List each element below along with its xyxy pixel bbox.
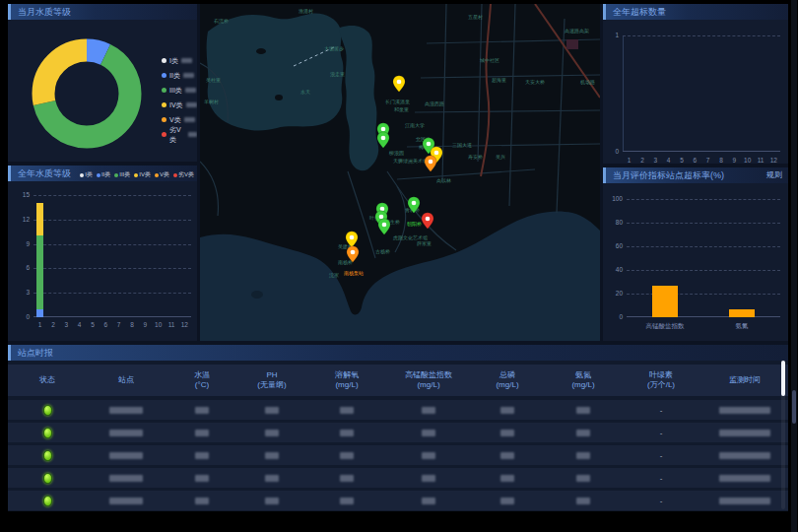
- cell-溶解氧: [305, 407, 388, 414]
- legend-label: V类: [169, 115, 181, 125]
- redacted-value: [340, 498, 354, 504]
- legend-dot: [155, 173, 159, 177]
- cell-PH: [238, 430, 305, 436]
- legend-dot: [162, 117, 166, 122]
- redacted-value: [109, 475, 143, 482]
- cell-监测时间: [701, 498, 788, 504]
- rate-bar-氨氮: [729, 309, 755, 317]
- redacted-value: [265, 407, 279, 414]
- year-legend-item-劣V类[interactable]: 劣V类: [173, 170, 194, 179]
- bar-segment-IV类: [36, 203, 43, 235]
- year-legend-item-IV类[interactable]: IV类: [134, 170, 151, 179]
- cell-状态: [8, 496, 87, 506]
- redacted-value: [500, 407, 514, 414]
- station-pin-green[interactable]: [376, 131, 390, 149]
- redacted-value: [422, 430, 435, 436]
- x-axis-category-label: 氨氮: [702, 322, 781, 331]
- redacted-value: [109, 452, 143, 459]
- station-pin-green[interactable]: [377, 218, 391, 235]
- cell-高锰酸盐指数: [388, 407, 469, 414]
- y-axis-label: 9: [14, 240, 30, 247]
- column-header-总磷: 总磷(mg/L): [469, 370, 546, 390]
- gridline: [33, 244, 191, 245]
- redacted-value: [719, 430, 770, 436]
- x-axis-label: 1: [33, 321, 47, 328]
- redacted-value: [500, 430, 514, 436]
- redacted-value: [719, 498, 770, 504]
- donut-legend: I类II类III类IV类V类劣V类: [162, 53, 197, 142]
- map-pin-label: 南杨泵站: [344, 270, 364, 276]
- table-row[interactable]: -: [8, 468, 788, 488]
- panel-month-quality: 当月水质等级 I类II类III类IV类V类劣V类: [8, 4, 197, 162]
- legend-item-劣V类[interactable]: 劣V类: [162, 127, 197, 142]
- redacted-value: [576, 430, 590, 436]
- table-row[interactable]: -: [8, 491, 788, 510]
- cell-监测时间: [701, 475, 788, 482]
- redacted-value: [422, 452, 435, 459]
- chlorophyll-value: -: [660, 429, 663, 437]
- gridline: [627, 294, 780, 295]
- station-pin-yellow[interactable]: [392, 75, 406, 93]
- x-axis-label: 9: [727, 157, 741, 164]
- redacted-value: [576, 407, 590, 414]
- map-pin-label: 朝阳桥: [407, 221, 422, 227]
- station-pin-orange[interactable]: [346, 245, 360, 263]
- page-scrollbar-track[interactable]: [791, 0, 797, 532]
- gridline: [627, 270, 780, 271]
- legend-dot: [162, 102, 166, 107]
- legend-dot: [134, 173, 138, 177]
- cell-氨氮: [546, 475, 621, 482]
- status-indicator: [43, 405, 52, 416]
- x-axis-label: 9: [138, 321, 152, 328]
- panel-month-rate: 当月评价指标站点超标率(%) 规则 020406080100高锰酸盐指数氨氮: [603, 167, 788, 341]
- y-axis-label: 12: [14, 216, 30, 223]
- station-pin-green[interactable]: [407, 196, 421, 214]
- page-scrollbar-thumb[interactable]: [792, 390, 796, 424]
- station-pin-red[interactable]: [421, 212, 434, 230]
- year-legend-item-II类[interactable]: II类: [97, 170, 110, 179]
- cell-高锰酸盐指数: [388, 452, 469, 459]
- table-scrollbar-thumb[interactable]: [781, 361, 785, 396]
- dashboard: 当月水质等级 I类II类III类IV类V类劣V类 全年水质等级 I类II类III…: [8, 4, 788, 511]
- year-legend-item-I类[interactable]: I类: [80, 170, 93, 179]
- status-indicator: [43, 428, 52, 438]
- legend-item-IV类[interactable]: IV类: [162, 98, 197, 112]
- rate-bar-高锰酸盐指数: [652, 286, 678, 317]
- chlorophyll-value: -: [660, 451, 663, 460]
- redacted-value: [265, 475, 279, 482]
- rules-link[interactable]: 规则: [766, 167, 782, 183]
- x-axis-label: 2: [46, 321, 60, 328]
- x-axis-label: 5: [86, 321, 100, 328]
- panel-stations: 站点时报 状态站点水温(°C)PH(无量纲)溶解氧(mg/L)高锰酸盐指数(mg…: [8, 345, 788, 511]
- year-legend-item-III类[interactable]: III类: [114, 170, 130, 179]
- legend-dot: [80, 173, 84, 177]
- panel-title-year-exceed: 全年超标数量: [603, 4, 788, 20]
- legend-label: II类: [169, 71, 180, 81]
- y-axis-label: 80: [607, 219, 623, 226]
- legend-label: II类: [101, 170, 110, 179]
- table-row[interactable]: -: [8, 445, 788, 465]
- legend-label: I类: [85, 170, 93, 179]
- legend-item-I类[interactable]: I类: [162, 53, 197, 68]
- gridline: [627, 246, 780, 247]
- year-legend-item-V类[interactable]: V类: [155, 170, 169, 179]
- cell-总磷: [469, 407, 546, 414]
- panel-title-stations: 站点时报: [8, 345, 788, 361]
- gridline: [33, 220, 191, 221]
- legend-item-III类[interactable]: III类: [162, 83, 197, 98]
- gridline: [627, 199, 780, 200]
- legend-item-II类[interactable]: II类: [162, 68, 197, 83]
- status-indicator: [43, 496, 52, 506]
- cell-站点: [87, 498, 166, 504]
- status-indicator: [43, 450, 52, 461]
- map-panel[interactable]: 石流桥渔港村大塘留步浪走里水天吴柱里羊树村五星村城中社区超海里天安大桥机场路高速…: [200, 4, 600, 341]
- legend-label: 劣V类: [178, 170, 194, 179]
- cell-水温: [166, 407, 238, 414]
- station-pin-orange[interactable]: [424, 155, 437, 172]
- column-header-监测时间: 监测时间: [701, 375, 788, 385]
- x-axis-label: 11: [754, 157, 767, 164]
- cell-总磷: [469, 452, 546, 459]
- cell-氨氮: [546, 498, 621, 504]
- table-row[interactable]: -: [8, 423, 788, 442]
- table-row[interactable]: -: [8, 400, 788, 420]
